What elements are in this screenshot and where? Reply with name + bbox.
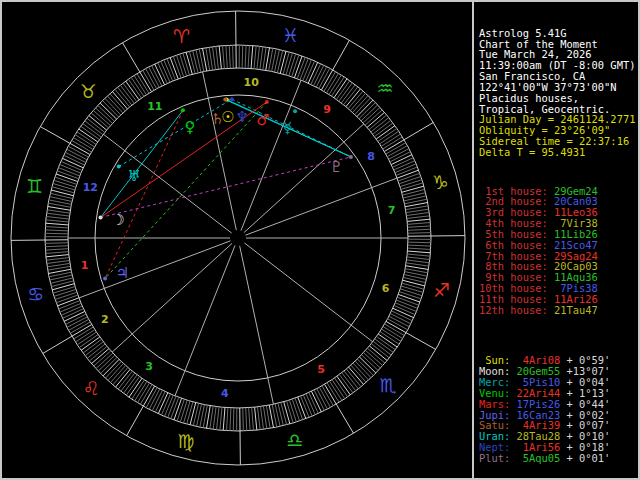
house-cusp-list: 1st house: 29Gem24 2nd house: 20Can03 3r… [479,186,637,316]
house-label: 12th house: [479,304,548,316]
info-line: Astrolog 5.41G [479,28,637,39]
leo-sign-glyph: ♌ [83,377,100,399]
info-line: Placidus houses, [479,93,637,104]
house-number: 1 [81,259,89,272]
house-number: 12 [83,181,98,194]
taurus-sign-glyph: ♉ [79,80,96,102]
venus-marker-dot [181,108,185,112]
house-number: 9 [323,103,331,116]
aries-sign-glyph: ♈ [173,25,190,47]
mars-marker-dot [265,100,269,104]
chart-wheel[interactable]: ♈♉♊♋♌♍♎♏♐♑♒♓123456789101112☉☽☿♀♂♃♄♅♆♇ [2,2,474,480]
house-number: 6 [382,282,390,295]
pisces-sign-glyph: ♓ [282,24,299,46]
scorpio-sign-glyph: ♏ [380,374,397,396]
cancer-sign-glyph: ♋ [27,283,44,305]
sagittarius-sign-glyph: ♐ [433,279,450,301]
jupiter-marker-dot [103,277,107,281]
chart-info-block: Astrolog 5.41GChart of the MomentTue Mar… [479,28,637,158]
house-row: 12th house: 21Tau47 [479,305,637,316]
mercury-glyph: ☿ [283,119,292,137]
moon-marker-dot [99,216,103,220]
pluto-glyph: ♇ [330,158,343,176]
chart-area[interactable]: ♈♉♊♋♌♍♎♏♐♑♒♓123456789101112☉☽☿♀♂♃♄♅♆♇ [2,2,474,480]
libra-sign-glyph: ♎ [286,429,303,451]
neptune-marker-dot [230,97,234,101]
house-value: 21Tau47 [548,304,598,316]
saturn-glyph: ♄ [211,110,224,128]
jupiter-glyph: ♃ [116,264,129,282]
house-number: 11 [147,100,162,113]
planet-position-list: Sun: 4Ari08 + 0°59'Moon: 20Gem55 +13°07'… [479,355,637,463]
panel-divider [472,2,474,478]
info-sidebar: Astrolog 5.41GChart of the MomentTue Mar… [479,6,637,476]
planet-glyphs: ☉☽☿♀♂♃♄♅♆♇ [99,97,353,282]
uranus-marker-dot [117,165,121,169]
house-number: 8 [367,150,375,163]
house-number: 5 [317,363,325,376]
planet-label: Plut: [479,452,510,464]
virgo-sign-glyph: ♍ [177,430,194,452]
planet-row: Plut: 5Aqu05 + 0°01' [479,453,637,464]
venus-glyph: ♀ [185,118,196,136]
uranus-glyph: ♅ [127,167,140,185]
saturn-marker-dot [223,98,227,102]
capricorn-sign-glyph: ♑ [432,171,449,193]
mercury-marker-dot [293,109,297,113]
gemini-sign-glyph: ♊ [26,175,43,197]
window-frame: ♈♉♊♋♌♍♎♏♐♑♒♓123456789101112☉☽☿♀♂♃♄♅♆♇ As… [0,0,640,480]
aquarius-sign-glyph: ♒ [376,77,393,99]
house-number: 7 [388,204,396,217]
pluto-marker-dot [349,155,353,159]
moon-glyph: ☽ [112,211,125,229]
house-number: 4 [221,387,229,400]
house-number: 2 [101,313,109,326]
house-number: 3 [145,360,153,373]
mars-glyph: ♂ [256,111,269,129]
planet-value: 5Aqu05 [510,452,560,464]
info-line: Delta T = 95.4931 [479,147,637,158]
planet-velocity: + 0°01' [560,452,610,464]
neptune-glyph: ♆ [235,108,248,126]
house-number: 10 [244,76,260,89]
